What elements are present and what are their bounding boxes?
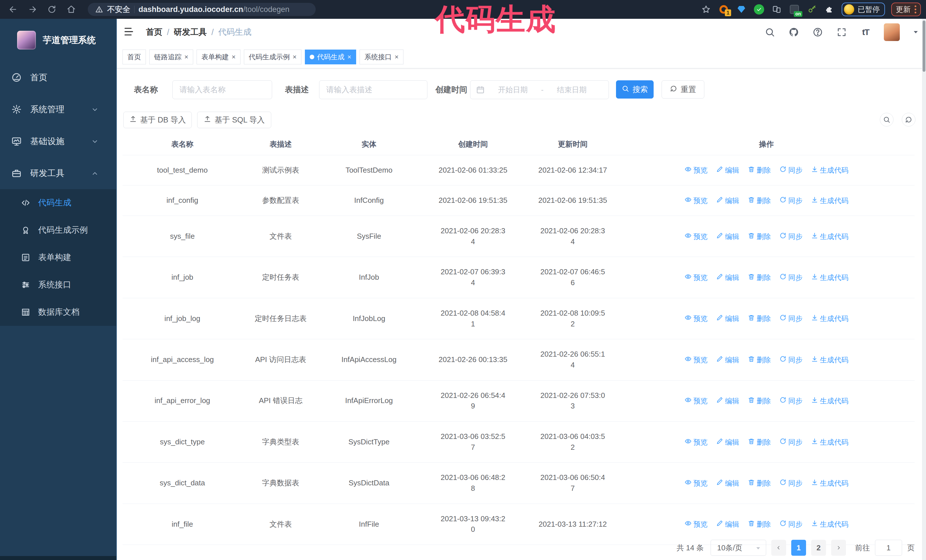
- action-generate-code-link[interactable]: 生成代码: [811, 165, 849, 175]
- sidebar-item-system-api[interactable]: 系统接口: [0, 271, 116, 299]
- action-delete-link[interactable]: 删除: [748, 272, 771, 282]
- action-delete-link[interactable]: 删除: [748, 395, 771, 406]
- action-sync-link[interactable]: 同步: [779, 519, 803, 529]
- tab-close-icon[interactable]: ×: [347, 54, 351, 60]
- action-delete-link[interactable]: 删除: [748, 437, 771, 447]
- action-sync-link[interactable]: 同步: [779, 272, 803, 282]
- page-size-select[interactable]: 10条/页: [711, 540, 766, 556]
- action-generate-code-link[interactable]: 生成代码: [811, 313, 849, 324]
- page-number-2[interactable]: 2: [811, 540, 826, 556]
- action-delete-link[interactable]: 删除: [748, 313, 771, 324]
- date-start-input[interactable]: [489, 86, 537, 94]
- action-sync-link[interactable]: 同步: [779, 478, 803, 488]
- extension-cards-icon[interactable]: [771, 4, 782, 15]
- toggle-search-button[interactable]: [880, 113, 894, 127]
- sidebar-item-code-generation[interactable]: 代码生成: [0, 189, 116, 216]
- extension-shield-icon[interactable]: [754, 4, 765, 15]
- action-edit-link[interactable]: 编辑: [716, 519, 739, 529]
- tab-链路追踪[interactable]: 链路追踪×: [149, 50, 193, 64]
- sidebar-item-form-builder[interactable]: 表单构建: [0, 244, 116, 271]
- extensions-puzzle-icon[interactable]: [824, 4, 835, 15]
- action-preview-link[interactable]: 预览: [685, 437, 708, 447]
- action-sync-link[interactable]: 同步: [779, 231, 803, 242]
- action-delete-link[interactable]: 删除: [748, 231, 771, 242]
- action-generate-code-link[interactable]: 生成代码: [811, 437, 849, 447]
- browser-profile-chip[interactable]: 已暂停: [842, 3, 885, 16]
- action-edit-link[interactable]: 编辑: [716, 231, 739, 242]
- fontsize-icon[interactable]: tT: [860, 27, 871, 38]
- action-delete-link[interactable]: 删除: [748, 355, 771, 365]
- next-page-button[interactable]: [831, 540, 846, 556]
- table-desc-input[interactable]: [319, 80, 427, 99]
- sidebar-item-system-management[interactable]: 系统管理: [0, 94, 116, 125]
- action-generate-code-link[interactable]: 生成代码: [811, 355, 849, 365]
- github-icon[interactable]: [788, 27, 799, 38]
- sidebar-item-code-generation-example[interactable]: 代码生成示例: [0, 216, 116, 244]
- action-preview-link[interactable]: 预览: [685, 195, 708, 206]
- goto-page-input[interactable]: [875, 540, 902, 556]
- table-name-input[interactable]: [172, 80, 272, 99]
- action-preview-link[interactable]: 预览: [685, 519, 708, 529]
- avatar-caret-down-icon[interactable]: [912, 29, 919, 36]
- action-sync-link[interactable]: 同步: [779, 165, 803, 175]
- page-number-1[interactable]: 1: [791, 540, 806, 556]
- search-button[interactable]: 搜索: [616, 80, 654, 98]
- security-warning-icon[interactable]: [95, 5, 103, 14]
- reset-button[interactable]: 重置: [661, 80, 704, 98]
- action-edit-link[interactable]: 编辑: [716, 272, 739, 282]
- action-generate-code-link[interactable]: 生成代码: [811, 272, 849, 282]
- action-delete-link[interactable]: 删除: [748, 478, 771, 488]
- address-bar[interactable]: 不安全 dashboard.yudao.iocoder.cn/tool/code…: [88, 3, 316, 16]
- bookmark-star-icon[interactable]: [701, 4, 712, 15]
- breadcrumb-item[interactable]: 首页: [146, 27, 162, 38]
- tab-close-icon[interactable]: ×: [293, 54, 297, 60]
- tab-close-icon[interactable]: ×: [395, 54, 399, 60]
- sidebar-logo-row[interactable]: 芋道管理系统: [0, 19, 116, 62]
- prev-page-button[interactable]: [771, 540, 786, 556]
- scrollbar-thumb[interactable]: [923, 21, 925, 72]
- tab-首页[interactable]: 首页: [123, 50, 146, 64]
- extension-orange-icon[interactable]: 1: [718, 4, 729, 15]
- browser-home-icon[interactable]: [65, 3, 77, 16]
- browser-reload-icon[interactable]: [45, 3, 58, 16]
- action-sync-link[interactable]: 同步: [779, 437, 803, 447]
- import-db-button[interactable]: 基于 DB 导入: [123, 112, 192, 128]
- action-delete-link[interactable]: 删除: [748, 165, 771, 175]
- action-sync-link[interactable]: 同步: [779, 195, 803, 206]
- sidebar-item-dev-tools[interactable]: 研发工具: [0, 157, 116, 189]
- refresh-table-button[interactable]: [902, 113, 915, 127]
- action-edit-link[interactable]: 编辑: [716, 478, 739, 488]
- action-edit-link[interactable]: 编辑: [716, 313, 739, 324]
- action-edit-link[interactable]: 编辑: [716, 395, 739, 406]
- action-generate-code-link[interactable]: 生成代码: [811, 195, 849, 206]
- browser-back-icon[interactable]: [7, 3, 20, 16]
- browser-forward-icon[interactable]: [26, 3, 39, 16]
- page-scrollbar[interactable]: [922, 19, 926, 560]
- extension-key-icon[interactable]: [806, 4, 818, 15]
- hamburger-icon[interactable]: [123, 26, 136, 38]
- action-sync-link[interactable]: 同步: [779, 395, 803, 406]
- action-preview-link[interactable]: 预览: [685, 355, 708, 365]
- tab-表单构建[interactable]: 表单构建×: [197, 50, 241, 64]
- tab-close-icon[interactable]: ×: [185, 54, 188, 60]
- search-icon[interactable]: [764, 27, 776, 38]
- action-preview-link[interactable]: 预览: [685, 395, 708, 406]
- action-edit-link[interactable]: 编辑: [716, 437, 739, 447]
- tab-代码生成示例[interactable]: 代码生成示例×: [244, 50, 301, 64]
- extension-gem-icon[interactable]: [736, 4, 747, 15]
- action-delete-link[interactable]: 删除: [748, 195, 771, 206]
- tab-代码生成[interactable]: 代码生成×: [305, 50, 356, 64]
- extension-switch-icon[interactable]: on: [789, 4, 800, 15]
- action-preview-link[interactable]: 预览: [685, 478, 708, 488]
- action-generate-code-link[interactable]: 生成代码: [811, 519, 849, 529]
- date-range-picker[interactable]: -: [470, 80, 609, 99]
- action-preview-link[interactable]: 预览: [685, 272, 708, 282]
- import-sql-button[interactable]: 基于 SQL 导入: [197, 112, 271, 128]
- date-end-input[interactable]: [548, 86, 596, 94]
- action-edit-link[interactable]: 编辑: [716, 355, 739, 365]
- action-preview-link[interactable]: 预览: [685, 313, 708, 324]
- action-sync-link[interactable]: 同步: [779, 313, 803, 324]
- action-generate-code-link[interactable]: 生成代码: [811, 478, 849, 488]
- fullscreen-icon[interactable]: [836, 27, 847, 38]
- sidebar-item-home[interactable]: 首页: [0, 62, 116, 94]
